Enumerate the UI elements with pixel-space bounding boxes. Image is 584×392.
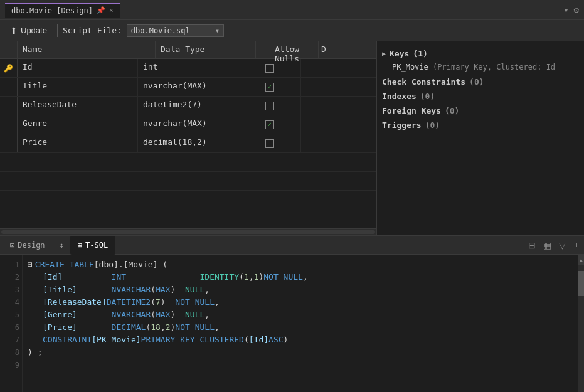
kw-max-genre: MAX [156,309,170,321]
check-mark-genre: ✓ [267,120,272,129]
kw-id: [Id] [43,271,62,283]
keys-label: Keys [390,49,409,58]
code-line-4: [ReleaseDate] DATETIME2 ( 7 ) NOT NULL , [28,296,573,309]
code-line-5: [Genre] NVARCHAR ( MAX ) NULL , [28,309,573,321]
code-line-9 [28,359,573,371]
editor-vscrollbar[interactable]: ▲ ▼ [578,255,584,392]
kw-not-null-rd: NOT NULL [175,296,215,309]
table-hscrollbar[interactable] [0,228,376,235]
line-num-2: 2 [3,271,19,283]
pk-detail: (Primary Key, Clustered: Id [433,63,555,72]
split-view-button[interactable]: ⊟ [526,239,538,252]
keys-section[interactable]: ▶ Keys (1) [382,46,579,61]
row-name-id: Id [18,59,138,77]
checkbox-genre[interactable]: ✓ [265,120,274,129]
main-content: Name Data Type Allow Nulls D 🔑 Id int Ti… [0,41,584,236]
code-editor: 1 2 3 4 5 6 7 8 9 ⊟ CREATE TABLE [dbo].[… [0,255,584,392]
row-name-title: Title [18,78,138,96]
line-num-9: 9 [3,359,19,371]
row-name-price: Price [18,134,138,152]
check-mark-title: ✓ [267,83,272,91]
row-null-price[interactable] [238,134,301,152]
row-name-genre: Genre [18,115,138,134]
title-bar-right: ▾ ⚙ [563,5,579,15]
line-num-1: 1 [3,258,19,271]
tab-title: dbo.Movie [Design] [11,6,93,15]
collapse-keys-icon: ▶ [382,50,386,57]
tsql-tab-label: T-SQL [85,241,108,250]
row-null-title[interactable]: ✓ [238,78,301,96]
checkbox-releasedate[interactable] [265,102,274,110]
kw-constraint: CONSTRAINT [43,334,92,346]
gear-icon[interactable]: ⚙ [574,5,579,15]
collapse-icon[interactable]: ⊟ [28,258,33,271]
toolbar: ⬆ Update Script File: dbo.Movie.sql ▾ [0,20,584,41]
pin-icon[interactable]: 📌 [97,6,105,14]
kw-identity: IDENTITY [199,271,239,283]
row-null-releasedate[interactable] [238,97,301,115]
table-row[interactable]: ReleaseDate datetime2(7) [0,97,376,115]
table-row-empty [0,153,376,172]
indexes-section[interactable]: Indexes (0) [382,89,579,103]
checkbox-title[interactable]: ✓ [265,83,274,92]
foreign-keys-section[interactable]: Foreign Keys (0) [382,103,579,118]
view-button[interactable]: ▦ [541,239,554,252]
kw-not-null-price: NOT NULL [175,321,215,334]
v-scroll-thumb[interactable] [578,271,585,296]
row-indicator-releasedate [0,97,18,115]
tab-tsql[interactable]: ⊞ T-SQL [70,236,115,255]
indexes-count: (0) [420,92,435,101]
kw-nvarchar-title: NVARCHAR [112,283,151,296]
key-indicator: 🔑 [0,59,18,77]
row-null-genre[interactable]: ✓ [238,115,301,134]
close-tab-button[interactable]: × [109,6,114,14]
checkbox-price[interactable] [265,139,274,148]
update-button[interactable]: ⬆ Update [5,23,52,38]
table-header: Name Data Type Allow Nulls D [0,41,376,59]
code-line-6: [Price] DECIMAL ( 18 , 2 ) NOT NULL , [28,321,573,334]
scroll-up-button[interactable]: + [572,240,581,251]
title-bar: dbo.Movie [Design] 📌 × ▾ ⚙ [0,0,584,20]
design-tab-icon: ⊡ [10,241,14,250]
expand-button[interactable]: ▽ [556,239,568,252]
check-constraints-section[interactable]: Check Constraints (0) [382,73,579,89]
tab-design[interactable]: ⊡ Design [3,236,53,255]
line-num-5: 5 [3,309,19,321]
check-constraints-label: Check Constraints [382,77,465,87]
kw-asc: ASC [268,334,283,346]
tab-bar-right: ⊟ ▦ ▽ [526,239,568,252]
kw-num7: 7 [156,296,161,309]
kw-not-null-id: NOT NULL [263,271,303,283]
row-type-releasedate: datetime2(7) [138,97,238,115]
checkbox-id[interactable] [265,64,274,73]
scroll-up-btn[interactable]: ▲ [578,255,585,265]
table-row[interactable]: Genre nvarchar(MAX) ✓ [0,115,376,134]
toolbar-divider [57,24,58,37]
code-line-8: ) ; [28,346,573,359]
row-type-price: decimal(18,2) [138,134,238,152]
design-tab-label: Design [18,241,45,250]
resize-handle[interactable]: + [572,240,581,251]
indexes-label: Indexes [382,92,417,101]
table-row[interactable]: 🔑 Id int [0,59,376,78]
triggers-section[interactable]: Triggers (0) [382,118,579,132]
title-tab[interactable]: dbo.Movie [Design] 📌 × [5,3,120,18]
line-num-4: 4 [3,296,19,309]
script-file-dropdown[interactable]: dbo.Movie.sql ▾ [127,24,224,37]
code-line-3: [Title] NVARCHAR ( MAX ) NULL , [28,283,573,296]
pk-entry[interactable]: PK_Movie (Primary Key, Clustered: Id [382,61,579,73]
row-indicator-title [0,78,18,96]
foreign-keys-count: (0) [445,106,459,115]
bottom-panel: ⊡ Design ↕ ⊞ T-SQL ⊟ ▦ ▽ + 1 2 3 4 5 6 7 [0,236,584,392]
dropdown-icon[interactable]: ▾ [563,5,568,15]
tab-sort[interactable]: ↕ [55,236,69,255]
kw-nvarchar-genre: NVARCHAR [112,309,151,321]
table-row[interactable]: Price decimal(18,2) [0,134,376,153]
row-null-id[interactable] [238,59,301,77]
code-line-2: [Id] INT IDENTITY ( 1 , 1 ) NOT NULL , [28,271,573,283]
code-content[interactable]: ⊟ CREATE TABLE [dbo].[Movie] ( [Id] INT … [23,255,578,392]
kw-pk-movie: [PK_Movie] [92,334,141,346]
design-table: Name Data Type Allow Nulls D 🔑 Id int Ti… [0,41,377,235]
table-row-empty [0,172,376,191]
table-row[interactable]: Title nvarchar(MAX) ✓ [0,78,376,97]
